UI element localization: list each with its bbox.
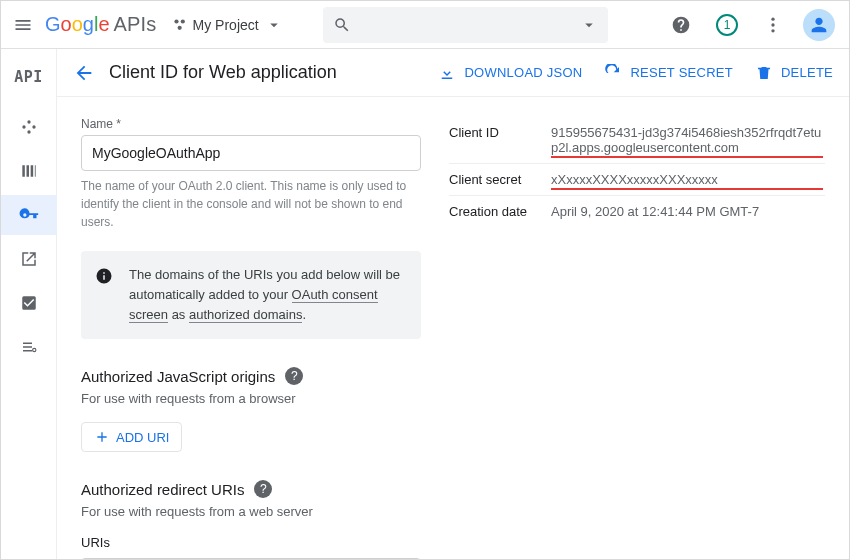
sidebar-api-label[interactable]: API xyxy=(14,59,43,95)
uris-label: URIs xyxy=(81,535,421,550)
authorized-domains-link[interactable]: authorized domains xyxy=(189,307,302,323)
trash-icon xyxy=(755,64,773,82)
creation-date-row: Creation date April 9, 2020 at 12:41:44 … xyxy=(449,196,825,227)
delete-button[interactable]: DELETE xyxy=(755,64,833,82)
more-vert-icon[interactable] xyxy=(755,7,791,43)
client-secret-row: Client secret xXxxxxXXXXxxxxxXXXxxxxx xyxy=(449,164,825,196)
client-id-value: 915955675431-jd3g374i5468iesh352rfrqdt7e… xyxy=(551,125,825,155)
chevron-down-icon xyxy=(265,16,283,34)
name-field-label: Name * xyxy=(81,117,421,131)
chevron-down-icon xyxy=(580,16,598,34)
js-origins-heading: Authorized JavaScript origins ? xyxy=(81,367,421,385)
redirect-uri-input[interactable] xyxy=(81,558,421,559)
info-box: The domains of the URIs you add below wi… xyxy=(81,251,421,339)
redirect-sub: For use with requests from a web server xyxy=(81,504,421,519)
menu-icon[interactable] xyxy=(11,13,35,37)
client-id-label: Client ID xyxy=(449,125,539,140)
creation-date-label: Creation date xyxy=(449,204,539,219)
svg-point-5 xyxy=(771,29,774,32)
sidebar-item-dashboard[interactable] xyxy=(1,107,57,147)
redirect-heading: Authorized redirect URIs ? xyxy=(81,480,421,498)
sidebar-item-oauth[interactable] xyxy=(1,239,57,279)
client-id-row: Client ID 915955675431-jd3g374i5468iesh3… xyxy=(449,117,825,164)
reset-secret-button[interactable]: RESET SECRET xyxy=(604,64,732,82)
top-header: Google APIs My Project 1 xyxy=(1,1,849,49)
notification-count: 1 xyxy=(724,18,731,32)
help-icon[interactable]: ? xyxy=(285,367,303,385)
search-input[interactable] xyxy=(323,7,608,43)
add-uri-button[interactable]: ADD URI xyxy=(81,422,182,452)
sidebar: API xyxy=(1,49,57,559)
sidebar-item-credentials[interactable] xyxy=(1,195,57,235)
download-icon xyxy=(438,64,456,82)
help-icon[interactable]: ? xyxy=(254,480,272,498)
highlight-underline xyxy=(551,156,823,158)
svg-point-2 xyxy=(177,25,181,29)
logo-apis-text: APIs xyxy=(114,13,157,36)
svg-point-3 xyxy=(771,17,774,20)
help-icon[interactable] xyxy=(663,7,699,43)
sidebar-item-verification[interactable] xyxy=(1,283,57,323)
plus-icon xyxy=(94,429,110,445)
back-arrow-icon[interactable] xyxy=(73,62,95,84)
sidebar-item-settings[interactable] xyxy=(1,327,57,367)
refresh-icon xyxy=(604,64,622,82)
svg-point-1 xyxy=(180,19,184,23)
project-name: My Project xyxy=(193,17,259,33)
notifications-icon[interactable]: 1 xyxy=(709,7,745,43)
sidebar-item-library[interactable] xyxy=(1,151,57,191)
download-json-button[interactable]: DOWNLOAD JSON xyxy=(438,64,582,82)
svg-point-0 xyxy=(174,19,178,23)
svg-point-10 xyxy=(32,348,35,351)
svg-point-9 xyxy=(27,130,30,133)
js-origins-sub: For use with requests from a browser xyxy=(81,391,421,406)
project-picker[interactable]: My Project xyxy=(173,16,283,34)
account-avatar[interactable] xyxy=(801,7,837,43)
name-help-text: The name of your OAuth 2.0 client. This … xyxy=(81,177,411,231)
search-icon xyxy=(333,16,351,34)
svg-point-8 xyxy=(32,125,35,128)
name-input[interactable] xyxy=(81,135,421,171)
svg-point-4 xyxy=(771,23,774,26)
client-secret-label: Client secret xyxy=(449,172,539,187)
page-titlebar: Client ID for Web application DOWNLOAD J… xyxy=(57,49,849,97)
creation-date-value: April 9, 2020 at 12:41:44 PM GMT-7 xyxy=(551,204,825,219)
svg-point-6 xyxy=(27,120,30,123)
svg-point-7 xyxy=(22,125,25,128)
info-icon xyxy=(95,265,115,325)
google-apis-logo[interactable]: Google APIs xyxy=(45,13,157,36)
client-secret-value: xXxxxxXXXXxxxxxXXXxxxxx xyxy=(551,172,825,187)
project-icon xyxy=(173,18,187,32)
page-title: Client ID for Web application xyxy=(109,62,337,83)
highlight-underline xyxy=(551,188,823,190)
